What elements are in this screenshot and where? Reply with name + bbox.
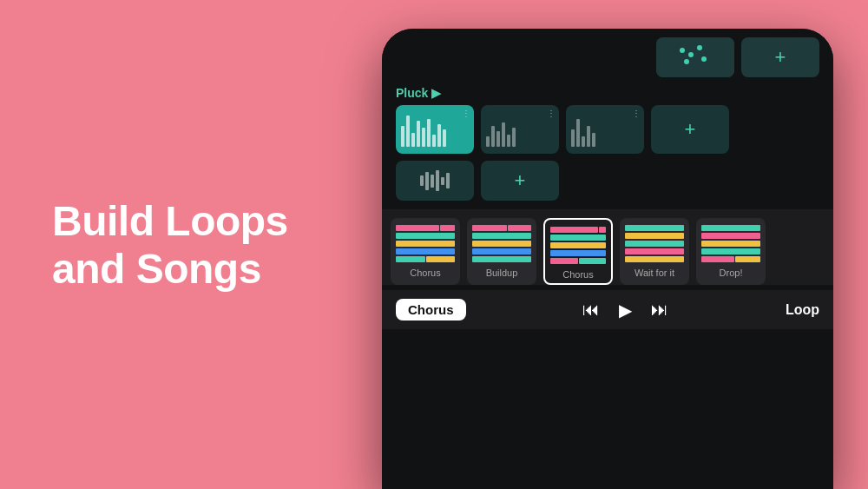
section-badge[interactable]: Chorus xyxy=(396,299,466,320)
bar-row-4-2 xyxy=(701,241,760,247)
play-icon: ▶ xyxy=(619,300,632,320)
song-card-label-0: Chorus xyxy=(394,268,457,278)
fast-forward-button[interactable]: ⏭ xyxy=(651,300,668,320)
play-button[interactable]: ▶ xyxy=(619,300,632,320)
pluck-section-label: Pluck ▶ xyxy=(396,86,819,100)
bar-row-1-4 xyxy=(472,256,531,262)
bar-row-2-2 xyxy=(550,242,606,248)
headline: Build Loops and Songs xyxy=(52,196,347,292)
bar-row-1-3 xyxy=(472,248,531,254)
song-card-bars-0 xyxy=(394,223,457,264)
pluck-add-cell2[interactable]: + xyxy=(481,161,559,201)
cell-menu-dots-3[interactable]: ⋮ xyxy=(632,109,641,118)
bar-seg xyxy=(701,225,760,231)
song-card-0[interactable]: Chorus xyxy=(391,218,460,285)
svg-point-5 xyxy=(684,59,689,64)
bar-seg xyxy=(701,256,734,262)
headline-line1: Build Loops xyxy=(52,197,288,243)
cell-menu-dots-2[interactable]: ⋮ xyxy=(547,109,556,118)
patterns-area: + Pluck ▶ xyxy=(382,29,833,201)
phone-wrapper: + Pluck ▶ xyxy=(365,0,851,489)
bar-row-3-2 xyxy=(625,241,684,247)
bar-seg xyxy=(550,258,578,264)
song-section: ChorusBuildupChorusWait for itDrop! xyxy=(382,209,833,285)
bar-seg xyxy=(625,256,684,262)
bar-seg xyxy=(396,225,439,231)
song-cards-row: ChorusBuildupChorusWait for itDrop! xyxy=(391,218,825,285)
fast-forward-icon: ⏭ xyxy=(651,300,668,320)
pluck-row-1: ⋮ ⋮ xyxy=(396,105,819,154)
pluck-add-icon2: + xyxy=(515,169,526,192)
svg-point-2 xyxy=(688,52,694,57)
bar-row-1-1 xyxy=(472,233,531,239)
top-add-button[interactable]: + xyxy=(741,37,819,77)
cell-menu-dots[interactable]: ⋮ xyxy=(462,109,470,118)
bar-row-0-3 xyxy=(396,248,455,254)
song-card-label-2: Chorus xyxy=(549,269,608,280)
bar-row-2-1 xyxy=(550,235,606,241)
song-card-4[interactable]: Drop! xyxy=(696,218,766,285)
bar-seg xyxy=(579,258,607,264)
song-card-label-3: Wait for it xyxy=(623,268,686,278)
bar-seg xyxy=(599,227,606,233)
svg-point-4 xyxy=(701,56,707,62)
transport-controls: ⏮ ▶ ⏭ xyxy=(480,300,772,320)
bar-row-0-2 xyxy=(396,241,455,247)
bar-seg xyxy=(472,256,531,262)
bar-row-0-1 xyxy=(396,233,455,239)
rewind-button[interactable]: ⏮ xyxy=(582,300,600,320)
pluck-cell-1-active[interactable]: ⋮ xyxy=(396,105,474,154)
bar-row-0-0 xyxy=(396,225,455,231)
song-card-3[interactable]: Wait for it xyxy=(620,218,689,285)
pluck-cell-2[interactable]: ⋮ xyxy=(481,105,559,154)
bar-row-4-1 xyxy=(701,233,760,239)
song-card-bars-2 xyxy=(549,225,608,266)
transport-bar: Chorus ⏮ ▶ ⏭ Loop xyxy=(382,290,833,329)
bar-row-4-3 xyxy=(701,248,760,254)
song-card-label-1: Buildup xyxy=(470,268,533,278)
headline-line2: and Songs xyxy=(52,246,261,292)
bar-row-4-4 xyxy=(701,256,760,262)
bar-seg xyxy=(426,256,456,262)
bar-seg xyxy=(701,241,760,247)
song-card-bars-4 xyxy=(700,223,762,264)
song-card-2[interactable]: Chorus xyxy=(543,218,613,285)
pluck-bars2-1 xyxy=(415,161,455,201)
bar-seg xyxy=(396,256,425,262)
bar-seg xyxy=(396,233,455,239)
bar-row-3-0 xyxy=(625,225,684,231)
song-card-bars-1 xyxy=(470,223,533,264)
bar-seg xyxy=(472,248,531,254)
bar-seg xyxy=(625,248,684,254)
pluck-add-icon: + xyxy=(685,118,696,141)
pluck-add-cell[interactable]: + xyxy=(651,105,729,154)
svg-rect-0 xyxy=(656,37,734,77)
svg-point-3 xyxy=(697,45,702,50)
pluck-arrow-icon: ▶ xyxy=(431,86,441,100)
left-section: Build Loops and Songs xyxy=(52,196,347,292)
top-pattern-plus[interactable]: + xyxy=(741,37,819,77)
bar-seg xyxy=(440,225,455,231)
bar-row-2-0 xyxy=(550,227,606,233)
bar-seg xyxy=(550,227,598,233)
song-card-bars-3 xyxy=(623,223,686,264)
bar-seg xyxy=(701,248,760,254)
rewind-icon: ⏮ xyxy=(582,300,600,320)
bar-seg xyxy=(550,235,606,241)
screen: + Pluck ▶ xyxy=(382,29,833,489)
bar-row-3-3 xyxy=(625,248,684,254)
bar-row-3-1 xyxy=(625,233,684,239)
phone: + Pluck ▶ xyxy=(382,29,833,489)
loop-label[interactable]: Loop xyxy=(786,302,819,318)
bar-row-2-4 xyxy=(550,258,606,264)
bar-seg xyxy=(625,233,684,239)
bar-seg xyxy=(472,225,507,231)
bar-row-1-0 xyxy=(472,225,531,231)
bar-seg xyxy=(550,250,606,256)
bar-row-4-0 xyxy=(701,225,760,231)
song-card-1[interactable]: Buildup xyxy=(467,218,536,285)
pluck-cell2-1[interactable] xyxy=(396,161,474,201)
pluck-cell-3[interactable]: ⋮ xyxy=(566,105,644,154)
bar-row-1-2 xyxy=(472,241,531,247)
bar-seg xyxy=(396,241,455,247)
